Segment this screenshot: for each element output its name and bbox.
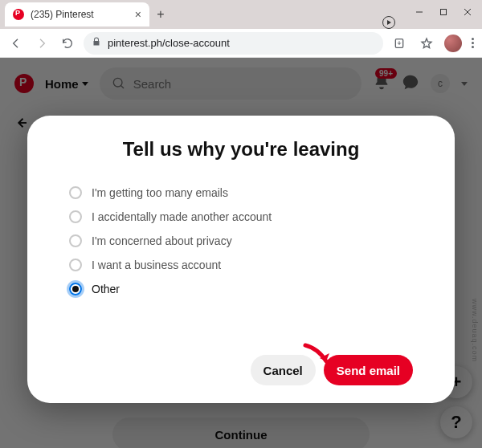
reason-option-selected[interactable]: Other — [69, 283, 413, 295]
close-account-modal: Tell us why you're leaving I'm getting t… — [27, 116, 455, 403]
star-icon[interactable] — [417, 34, 436, 53]
reload-button[interactable] — [58, 34, 77, 53]
reason-label: Other — [92, 283, 120, 295]
reason-options: I'm getting too many emails I accidental… — [69, 186, 413, 295]
reason-option[interactable]: I'm getting too many emails — [69, 186, 413, 199]
url-text: pinterest.ph/close-account — [108, 37, 230, 49]
modal-actions: Cancel Send email — [69, 355, 413, 385]
close-window-button[interactable] — [456, 3, 479, 21]
tab-title: (235) Pinterest — [31, 9, 94, 20]
radio-icon — [69, 259, 82, 271]
tab-strip: (235) Pinterest × + — [0, 0, 382, 29]
new-tab-button[interactable]: + — [149, 3, 172, 26]
lock-icon — [92, 37, 101, 49]
pinterest-favicon-icon — [13, 9, 24, 20]
close-tab-icon[interactable]: × — [135, 8, 141, 21]
window-controls — [408, 0, 482, 29]
modal-title: Tell us why you're leaving — [69, 138, 413, 161]
reason-option[interactable]: I accidentally made another account — [69, 210, 413, 223]
install-icon[interactable] — [390, 34, 409, 53]
send-email-button[interactable]: Send email — [324, 355, 413, 385]
media-playing-icon[interactable] — [382, 16, 395, 29]
toolbar-right — [390, 34, 476, 53]
reason-label: I accidentally made another account — [92, 210, 272, 223]
reason-option[interactable]: I want a business account — [69, 259, 413, 271]
radio-icon — [69, 186, 82, 199]
annotation-arrow-icon — [302, 342, 334, 373]
forward-button[interactable] — [32, 34, 51, 53]
watermark: www.deuaq.com — [471, 299, 479, 362]
address-bar: pinterest.ph/close-account — [0, 29, 482, 58]
maximize-button[interactable] — [432, 3, 455, 21]
window-titlebar: (235) Pinterest × + — [0, 0, 482, 29]
radio-icon — [69, 234, 82, 247]
svg-marker-5 — [422, 39, 431, 48]
radio-icon — [69, 210, 82, 223]
page-viewport: Home Search 99+ c Back — [0, 58, 482, 448]
reason-label: I'm getting too many emails — [92, 186, 228, 199]
reason-label: I'm concerned about privacy — [92, 234, 232, 247]
profile-avatar[interactable] — [444, 35, 462, 52]
reason-option[interactable]: I'm concerned about privacy — [69, 234, 413, 247]
minimize-button[interactable] — [408, 3, 431, 21]
browser-menu-button[interactable] — [470, 38, 476, 48]
svg-rect-1 — [441, 10, 447, 15]
reason-label: I want a business account — [92, 259, 221, 271]
omnibox[interactable]: pinterest.ph/close-account — [84, 32, 383, 55]
back-button[interactable] — [6, 34, 26, 53]
browser-tab[interactable]: (235) Pinterest × — [5, 2, 149, 26]
radio-icon — [69, 283, 82, 295]
